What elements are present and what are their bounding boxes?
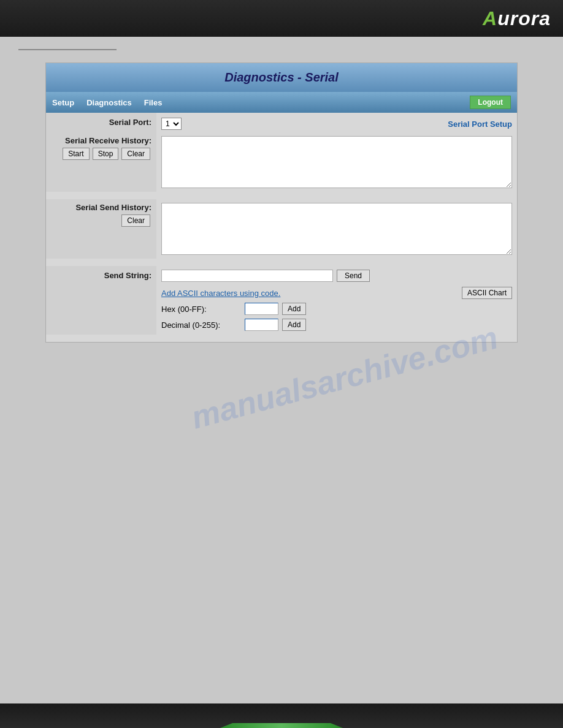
- serial-port-label: Serial Port:: [46, 113, 156, 132]
- form-table: Serial Port: 1 2 Serial Port Setup: [46, 113, 517, 342]
- add-hex-button[interactable]: Add: [282, 303, 306, 315]
- serial-port-setup-link[interactable]: Serial Port Setup: [448, 119, 512, 129]
- send-string-inner: Send: [161, 270, 512, 282]
- serial-receive-history-row: Serial Receive History: Start Stop Clear: [46, 132, 517, 192]
- ascii-link[interactable]: Add ASCII characters using code.: [161, 289, 280, 298]
- diagnostics-panel: Diagnostics - Serial Setup Diagnostics F…: [45, 63, 518, 343]
- top-bar: Aurora: [0, 0, 563, 37]
- send-string-value-cell: Send Add ASCII characters using code. AS…: [156, 266, 517, 335]
- nav-setup[interactable]: Setup: [52, 98, 74, 107]
- spacer-row-1: [46, 192, 517, 199]
- serial-send-history-label: Serial Send History: Clear: [46, 199, 156, 259]
- aurora-logo: Aurora: [483, 7, 551, 30]
- start-button[interactable]: Start: [63, 148, 89, 160]
- ascii-row: Add ASCII characters using code. ASCII C…: [161, 287, 512, 299]
- serial-send-history-value-cell: [156, 199, 517, 259]
- ascii-chart-button[interactable]: ASCII Chart: [462, 287, 512, 299]
- hex-input[interactable]: [245, 303, 278, 315]
- serial-port-row: Serial Port: 1 2 Serial Port Setup: [46, 113, 517, 132]
- send-history-buttons: Clear: [51, 214, 151, 227]
- main-content: manualsarchive.com Diagnostics - Serial …: [0, 37, 563, 703]
- panel-content: Serial Port: 1 2 Serial Port Setup: [46, 113, 517, 342]
- receive-history-buttons: Start Stop Clear: [51, 148, 151, 160]
- serial-receive-history-value-cell: [156, 132, 517, 192]
- panel-title: Diagnostics - Serial: [224, 70, 339, 84]
- serial-port-select[interactable]: 1 2: [161, 118, 182, 130]
- send-string-label: Send String:: [46, 266, 156, 335]
- serial-send-history-row: Serial Send History: Clear: [46, 199, 517, 259]
- serial-send-history-textarea[interactable]: [161, 203, 512, 255]
- spacer-row-3: [46, 335, 517, 342]
- decimal-label: Decimal (0-255):: [161, 320, 241, 330]
- add-decimal-button[interactable]: Add: [282, 319, 306, 331]
- nav-files[interactable]: Files: [144, 98, 163, 107]
- serial-receive-history-label: Serial Receive History: Start Stop Clear: [46, 132, 156, 192]
- nav-links: Setup Diagnostics Files: [52, 98, 162, 107]
- serial-receive-history-textarea[interactable]: [161, 136, 512, 188]
- clear-receive-button[interactable]: Clear: [121, 148, 150, 160]
- bottom-bar: [0, 703, 563, 728]
- clear-send-button[interactable]: Clear: [121, 214, 150, 227]
- send-button[interactable]: Send: [337, 270, 370, 282]
- logo-text: Aurora: [483, 7, 551, 30]
- send-string-row: Send String: Send Add ASCII characters u…: [46, 266, 517, 335]
- send-string-input[interactable]: [161, 270, 333, 282]
- panel-header: Diagnostics - Serial: [46, 63, 517, 92]
- spacer-row-2: [46, 259, 517, 266]
- hex-row: Hex (00-FF): Add: [161, 303, 512, 315]
- decimal-row: Decimal (0-255): Add: [161, 319, 512, 331]
- stop-button[interactable]: Stop: [93, 148, 119, 160]
- logout-button[interactable]: Logout: [470, 96, 511, 109]
- serial-port-inner: 1 2 Serial Port Setup: [161, 118, 512, 130]
- breadcrumb-line: [18, 49, 117, 50]
- nav-bar: Setup Diagnostics Files Logout: [46, 92, 517, 113]
- hex-label: Hex (00-FF):: [161, 305, 241, 314]
- bottom-bar-accent: [220, 723, 343, 728]
- nav-diagnostics[interactable]: Diagnostics: [86, 98, 132, 107]
- serial-port-value-cell: 1 2 Serial Port Setup: [156, 113, 517, 132]
- decimal-input[interactable]: [245, 319, 278, 331]
